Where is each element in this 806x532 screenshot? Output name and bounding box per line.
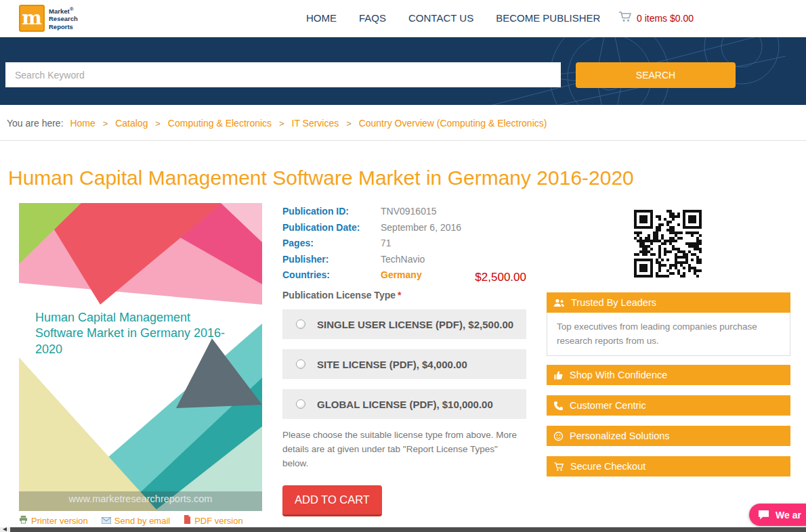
search-band: SEARCH [0, 37, 806, 105]
page-title: Human Capital Management Software Market… [8, 167, 634, 190]
license-type-label: Publication License Type* [282, 290, 401, 301]
cart-icon [618, 11, 632, 25]
nav-item-contact-us[interactable]: CONTACT US [408, 12, 473, 24]
banner-label: Secure Checkout [570, 461, 645, 472]
banner-label: Shop With Confidence [570, 370, 667, 380]
smiley-icon [553, 431, 564, 441]
printer-version-label: Printer version [31, 516, 88, 526]
license-option-single-user[interactable]: SINGLE USER LICENSE (PDF), $2,500.00 [282, 309, 526, 339]
breadcrumb-separator: > [346, 118, 352, 129]
thumbs-up-icon [553, 370, 564, 380]
breadcrumb-computing-electronics[interactable]: Computing & Electronics [168, 118, 272, 129]
breadcrumb-prefix: You are here: [7, 118, 64, 129]
scrollbar-thumb[interactable] [10, 527, 806, 532]
detail-value: September 6, 2016 [381, 223, 461, 232]
logo-line3: Reports [49, 23, 78, 30]
add-to-cart-button[interactable]: ADD TO CART [282, 485, 382, 516]
license-type-label-text: Publication License Type [282, 290, 396, 301]
email-icon [102, 516, 111, 526]
search-input[interactable] [5, 62, 561, 87]
breadcrumb-separator: > [103, 118, 108, 129]
detail-value: 71 [381, 238, 391, 248]
pdf-version-label: PDF version [194, 516, 243, 526]
cart-widget[interactable]: 0 items $0.00 [618, 11, 694, 25]
send-by-email-link[interactable]: Send by email [102, 515, 170, 526]
license-option-global[interactable]: GLOBAL LICENSE (PDF), $10,000.00 [282, 389, 526, 419]
header: m Market® Research Reports HOME FAQS CON… [0, 0, 806, 37]
chat-icon [757, 509, 770, 520]
nav-item-home[interactable]: HOME [306, 12, 337, 24]
cover-website: www.marketresearchreports.com [19, 493, 262, 504]
users-icon [553, 298, 565, 307]
detail-label: Publication ID: [282, 206, 381, 216]
banner-label: Customer Centric [570, 400, 646, 411]
license-option-label: GLOBAL LICENSE (PDF), $10,000.00 [317, 399, 493, 410]
banner-label: Trusted By Leaders [571, 297, 656, 308]
send-by-email-label: Send by email [114, 516, 170, 526]
detail-row-pages: Pages: 71 [282, 237, 526, 249]
detail-label: Pages: [282, 238, 381, 248]
license-option-label: SITE LICENSE (PDF), $4,000.00 [317, 359, 467, 370]
breadcrumb: You are here: Home > Catalog > Computing… [0, 105, 806, 141]
banner-customer-centric: Customer Centric [547, 395, 790, 416]
cover-title: Human Capital Management Software Market… [35, 310, 242, 357]
price: $2,500.00 [282, 271, 526, 284]
search-button[interactable]: SEARCH [576, 62, 736, 88]
breadcrumb-home[interactable]: Home [70, 118, 95, 129]
report-cover-image: Human Capital Management Software Market… [19, 203, 262, 511]
nav-item-become-publisher[interactable]: BECOME PUBLISHER [496, 12, 600, 24]
detail-row-publication-date: Publication Date: September 6, 2016 [282, 221, 526, 234]
qr-code [633, 208, 703, 279]
breadcrumb-separator: > [279, 118, 284, 129]
nav-item-faqs[interactable]: FAQS [359, 12, 386, 24]
license-option-label: SINGLE USER LICENSE (PDF), $2,500.00 [317, 319, 513, 330]
printer-version-link[interactable]: Printer version [19, 515, 88, 526]
banner-secure-checkout: Secure Checkout [547, 456, 790, 476]
radio-global[interactable] [296, 399, 305, 409]
radio-site[interactable] [296, 359, 305, 369]
page: m Market® Research Reports HOME FAQS CON… [0, 0, 806, 532]
banner-label: Personalized Solutions [570, 430, 670, 441]
required-asterisk: * [398, 290, 401, 301]
detail-row-publisher: Publisher: TechNavio [282, 253, 526, 265]
detail-value: TechNavio [381, 254, 425, 264]
radio-single-user[interactable] [296, 319, 305, 329]
trusted-by-leaders-info: Top executives from leading companies pu… [547, 313, 790, 356]
logo-line1: Market [49, 7, 70, 15]
detail-label: Publisher: [282, 254, 381, 264]
logo-line2: Research [49, 15, 78, 22]
license-option-site[interactable]: SITE LICENSE (PDF), $4,000.00 [282, 349, 526, 379]
cart-icon [553, 462, 564, 472]
printer-icon [19, 515, 28, 526]
license-options: SINGLE USER LICENSE (PDF), $2,500.00 SIT… [282, 309, 526, 429]
document-actions: Printer version Send by email PDF versio… [19, 515, 243, 526]
detail-label: Publication Date: [282, 223, 381, 232]
banner-trusted-by-leaders: Trusted By Leaders [547, 292, 790, 313]
chat-widget[interactable]: We ar [749, 504, 806, 526]
logo-text: Market® Research Reports [49, 6, 83, 30]
license-note: Please choose the suitable license type … [282, 428, 521, 471]
detail-value: TNV0916015 [381, 206, 437, 216]
chat-label: We ar [776, 510, 801, 520]
cart-label: 0 items $0.00 [637, 13, 694, 24]
detail-row-publication-id: Publication ID: TNV0916015 [282, 205, 526, 217]
scrollbar-left-arrow-icon[interactable] [3, 527, 7, 531]
breadcrumb-it-services[interactable]: IT Services [292, 118, 339, 129]
phone-icon [553, 401, 564, 411]
banner-personalized-solutions: Personalized Solutions [547, 426, 790, 446]
banner-shop-with-confidence: Shop With Confidence [547, 365, 790, 385]
logo[interactable]: m Market® Research Reports [19, 5, 83, 32]
pdf-icon [184, 515, 191, 526]
registered-mark: ® [70, 6, 74, 12]
breadcrumb-separator: > [155, 118, 161, 129]
breadcrumb-catalog[interactable]: Catalog [115, 118, 148, 129]
breadcrumb-country-overview[interactable]: Country Overview (Computing & Electronic… [359, 118, 547, 129]
main-nav: HOME FAQS CONTACT US BECOME PUBLISHER [306, 12, 600, 24]
horizontal-scrollbar[interactable] [0, 527, 806, 532]
logo-mark: m [19, 5, 45, 32]
pdf-version-link[interactable]: PDF version [184, 515, 243, 526]
